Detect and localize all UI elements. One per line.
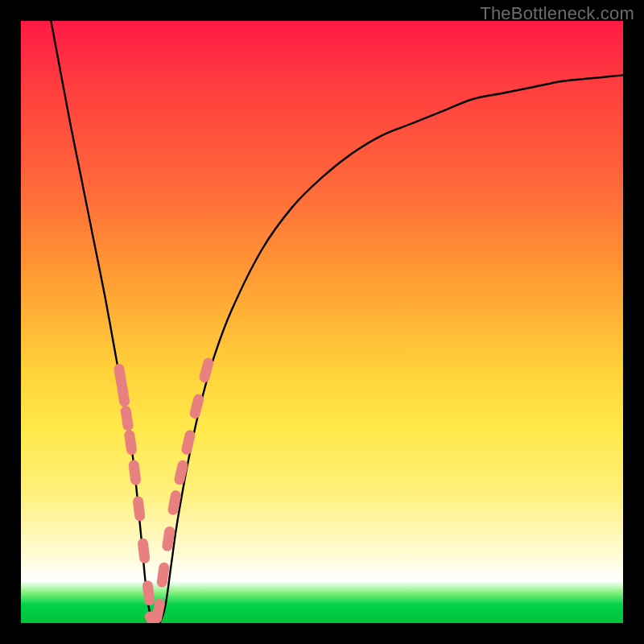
marker-bead bbox=[122, 387, 125, 402]
marker-bead bbox=[147, 586, 149, 601]
bottleneck-curve-svg bbox=[21, 21, 623, 623]
marker-bead bbox=[157, 604, 160, 618]
marker-bead bbox=[143, 543, 145, 558]
marker-bead bbox=[126, 411, 128, 426]
plot-area bbox=[21, 21, 623, 623]
marker-bead bbox=[195, 399, 198, 413]
highlighted-points bbox=[119, 363, 208, 623]
marker-bead bbox=[180, 465, 183, 480]
marker-bead bbox=[134, 465, 135, 480]
marker-bead bbox=[162, 568, 164, 582]
marker-bead bbox=[130, 436, 132, 450]
marker-bead bbox=[167, 531, 170, 546]
chart-frame: TheBottleneck.com bbox=[0, 0, 644, 644]
marker-bead bbox=[204, 363, 208, 377]
marker-bead bbox=[119, 369, 122, 383]
marker-bead bbox=[187, 436, 190, 450]
marker-bead bbox=[173, 496, 175, 510]
marker-bead bbox=[138, 502, 140, 516]
bottleneck-curve bbox=[51, 21, 623, 623]
